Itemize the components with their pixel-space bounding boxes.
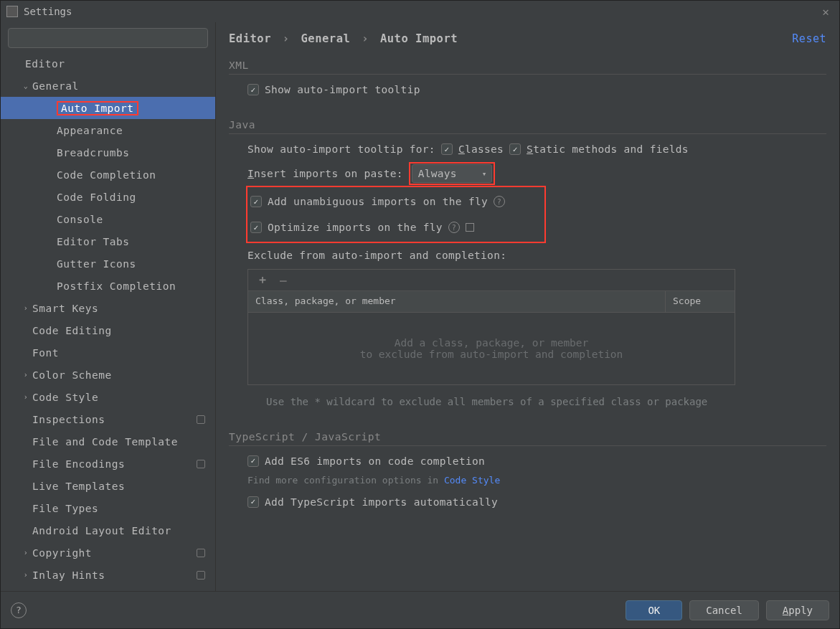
java-optimize-label: Optimize imports on the fly <box>268 222 443 233</box>
xml-show-tooltip-label: Show auto-import tooltip <box>265 84 420 95</box>
sidebar-item-breadcrumbs[interactable]: Breadcrumbs <box>1 141 215 164</box>
code-style-link[interactable]: Code Style <box>444 475 500 486</box>
project-scope-icon <box>197 415 205 424</box>
chevron-right-icon[interactable]: › <box>21 393 31 401</box>
section-xml: XML <box>229 60 826 75</box>
sidebar-item-live-templates[interactable]: Live Templates <box>1 475 215 497</box>
scope-icon[interactable] <box>466 223 474 232</box>
sidebar-item-code-style[interactable]: ›Code Style <box>1 386 215 408</box>
chevron-right-icon[interactable]: › <box>21 304 31 312</box>
java-insert-label: Insert imports on paste: <box>247 168 403 179</box>
close-icon[interactable]: ✕ <box>818 5 834 19</box>
sidebar-item-android-layout-editor[interactable]: Android Layout Editor <box>1 519 215 541</box>
apply-button[interactable]: Apply <box>766 600 829 620</box>
sidebar-item-label: Code Completion <box>57 169 156 181</box>
main-pane: Editor › General › Auto Import Reset XML… <box>216 22 839 591</box>
table-placeholder1: Add a class, package, or member <box>395 337 589 349</box>
sidebar-item-label: Breadcrumbs <box>57 147 130 159</box>
java-optimize-checkbox[interactable] <box>250 222 262 233</box>
java-classes-checkbox[interactable] <box>441 143 453 155</box>
sidebar-item-editor-tabs[interactable]: Editor Tabs <box>1 230 215 252</box>
sidebar-item-label: Code Folding <box>57 191 136 203</box>
sidebar-item-file-encodings[interactable]: File Encodings <box>1 453 215 475</box>
table-body[interactable]: Add a class, package, or member to exclu… <box>248 313 735 384</box>
ok-button[interactable]: OK <box>626 600 682 620</box>
sidebar-item-color-scheme[interactable]: ›Color Scheme <box>1 364 215 386</box>
sidebar-item-label: Editor Tabs <box>57 236 130 247</box>
window-title: Settings <box>24 6 72 17</box>
sidebar-item-label: Gutter Icons <box>57 258 136 270</box>
sidebar-item-appearance[interactable]: Appearance <box>1 119 215 141</box>
java-insert-dropdown[interactable]: Always <box>412 164 492 183</box>
cancel-button[interactable]: Cancel <box>689 600 759 620</box>
titlebar: Settings ✕ <box>1 1 839 22</box>
sidebar-item-copyright[interactable]: ›Copyright <box>1 541 215 564</box>
exclude-table: ＋ — Class, package, or member Scope Add … <box>247 269 735 385</box>
sidebar: Editor⌄GeneralAuto ImportAppearanceBread… <box>1 22 216 591</box>
reset-link[interactable]: Reset <box>792 32 826 45</box>
sidebar-item-inspections[interactable]: Inspections <box>1 408 215 430</box>
sidebar-item-label: Code Editing <box>32 325 112 336</box>
project-scope-icon <box>197 571 205 580</box>
ts-es6-checkbox[interactable] <box>247 455 259 467</box>
sidebar-item-file-and-code-template[interactable]: File and Code Template <box>1 430 215 453</box>
sidebar-item-auto-import[interactable]: Auto Import <box>1 97 215 119</box>
chevron-down-icon[interactable]: ⌄ <box>21 82 31 90</box>
sidebar-item-label: File and Code Template <box>32 436 178 448</box>
sidebar-item-label: Code Style <box>32 392 98 403</box>
sidebar-item-label: Android Layout Editor <box>32 525 171 536</box>
sidebar-item-postfix-completion[interactable]: Postfix Completion <box>1 275 215 297</box>
remove-icon[interactable]: — <box>280 273 287 287</box>
sidebar-item-label: Console <box>57 214 103 225</box>
content: XML Show auto-import tooltip Java Show a… <box>216 48 839 591</box>
project-scope-icon <box>197 460 205 468</box>
sidebar-item-font[interactable]: Font <box>1 341 215 364</box>
section-ts: TypeScript / JavaScript <box>229 431 826 446</box>
ts-find-more: Find more configuration options in <box>247 475 444 486</box>
col-scope: Scope <box>666 291 735 312</box>
java-add-unambiguous-checkbox[interactable] <box>250 196 262 207</box>
sidebar-item-label: General <box>32 80 79 92</box>
sidebar-item-label: Inspections <box>32 414 105 425</box>
breadcrumb-editor[interactable]: Editor <box>229 32 271 45</box>
sidebar-item-general[interactable]: ⌄General <box>1 75 215 97</box>
help-icon[interactable]: ? <box>448 222 460 233</box>
sidebar-item-label: File Encodings <box>32 458 125 470</box>
sidebar-item-code-editing[interactable]: Code Editing <box>1 319 215 341</box>
settings-tree[interactable]: Editor⌄GeneralAuto ImportAppearanceBread… <box>1 52 215 591</box>
section-java: Java <box>229 119 826 134</box>
sidebar-item-file-types[interactable]: File Types <box>1 497 215 519</box>
sidebar-item-label: Inlay Hints <box>32 569 105 581</box>
sidebar-item-label: Postfix Completion <box>57 280 176 292</box>
java-exclude-label: Exclude from auto-import and completion: <box>229 243 826 268</box>
chevron-right-icon[interactable]: › <box>21 549 31 557</box>
sidebar-item-label: File Types <box>32 503 98 514</box>
java-static-checkbox[interactable] <box>509 143 521 155</box>
ts-auto-checkbox[interactable] <box>247 496 259 508</box>
sidebar-item-label: Auto Import <box>57 101 138 115</box>
sidebar-item-code-completion[interactable]: Code Completion <box>1 164 215 186</box>
xml-show-tooltip-checkbox[interactable] <box>247 84 259 95</box>
exclude-hint: Use the * wildcard to exclude all member… <box>266 394 725 411</box>
help-icon[interactable]: ? <box>494 196 505 207</box>
col-class: Class, package, or member <box>248 291 666 312</box>
footer: ? OK Cancel Apply <box>1 591 839 628</box>
chevron-right-icon[interactable]: › <box>21 571 31 579</box>
app-icon <box>6 6 18 17</box>
chevron-right-icon[interactable]: › <box>21 371 31 379</box>
sidebar-item-label: Appearance <box>57 125 123 136</box>
sidebar-item-editor[interactable]: Editor <box>1 52 215 75</box>
java-static-label: Static methods and fields <box>527 143 689 155</box>
help-button[interactable]: ? <box>11 602 27 618</box>
breadcrumb-general[interactable]: General <box>301 32 351 45</box>
sidebar-item-smart-keys[interactable]: ›Smart Keys <box>1 297 215 319</box>
sidebar-item-inlay-hints[interactable]: ›Inlay Hints <box>1 564 215 586</box>
java-classes-label: Classes <box>458 143 504 155</box>
search-input[interactable] <box>8 28 208 48</box>
sidebar-item-code-folding[interactable]: Code Folding <box>1 186 215 208</box>
add-icon[interactable]: ＋ <box>257 273 268 288</box>
sidebar-item-label: Font <box>32 347 59 359</box>
java-add-unambiguous-label: Add unambiguous imports on the fly <box>268 196 488 207</box>
sidebar-item-gutter-icons[interactable]: Gutter Icons <box>1 252 215 275</box>
sidebar-item-console[interactable]: Console <box>1 208 215 230</box>
